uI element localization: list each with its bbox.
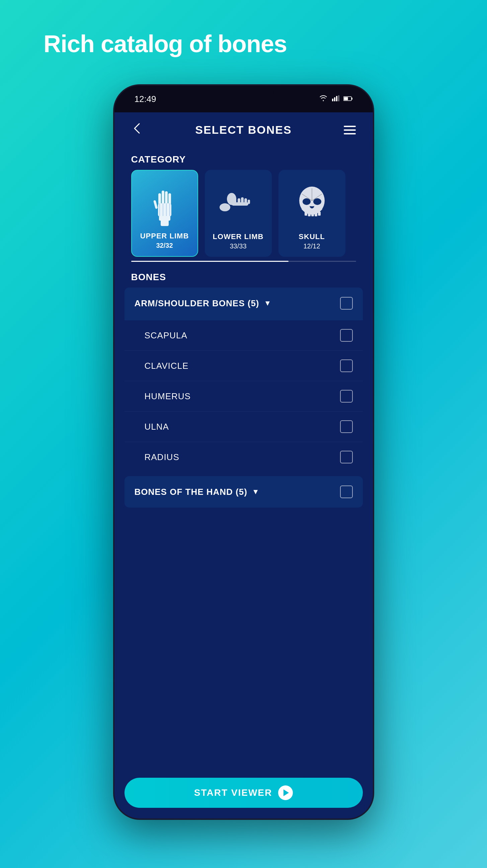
bones-of-hand-group-row[interactable]: BONES OF THE HAND (5) ▼: [124, 476, 363, 507]
skull-name: SKULL: [298, 232, 325, 241]
back-button[interactable]: [131, 122, 143, 137]
upper-limb-count: 32/32: [156, 242, 173, 249]
humerus-checkbox[interactable]: [340, 390, 353, 403]
svg-rect-9: [162, 191, 164, 205]
clavicle-name: CLAVICLE: [145, 361, 189, 371]
svg-rect-10: [165, 191, 168, 205]
svg-rect-24: [244, 198, 247, 204]
app-content: SELECT BONES CATEGORY: [114, 112, 373, 820]
radius-checkbox[interactable]: [340, 451, 353, 463]
svg-rect-0: [332, 99, 333, 101]
svg-rect-2: [336, 96, 337, 101]
menu-line-3: [344, 133, 356, 134]
header-title: SELECT BONES: [195, 123, 291, 136]
page-title: Rich catalog of bones: [0, 30, 287, 58]
start-btn-container: START VIEWER: [114, 771, 373, 820]
lower-limb-count: 33/33: [230, 242, 246, 250]
lower-limb-image: [218, 182, 258, 229]
arm-shoulder-group-name: ARM/SHOULDER BONES (5): [135, 298, 259, 309]
bone-item-clavicle[interactable]: CLAVICLE: [124, 351, 363, 381]
start-viewer-label: START VIEWER: [194, 787, 272, 798]
clavicle-checkbox[interactable]: [340, 360, 353, 372]
hand-dropdown-arrow: ▼: [252, 488, 259, 496]
group-dropdown-arrow: ▼: [264, 299, 271, 308]
group-row-left: ARM/SHOULDER BONES (5) ▼: [135, 298, 271, 309]
svg-rect-3: [338, 95, 339, 101]
category-label: CATEGORY: [114, 148, 373, 170]
category-container: UPPER LIMB 32/32: [114, 170, 373, 257]
svg-point-20: [220, 203, 230, 211]
svg-rect-5: [344, 97, 348, 100]
hand-group-name: BONES OF THE HAND (5): [135, 487, 247, 497]
humerus-name: HUMERUS: [145, 391, 191, 402]
menu-line-2: [344, 129, 356, 131]
svg-rect-14: [161, 220, 169, 226]
phone-notch: [213, 86, 274, 97]
menu-button[interactable]: [344, 126, 356, 134]
progress-track: [131, 261, 356, 262]
svg-rect-12: [153, 200, 157, 209]
bones-label: BONES: [124, 265, 363, 287]
start-viewer-button[interactable]: START VIEWER: [124, 778, 363, 808]
bone-item-radius[interactable]: RADIUS: [124, 442, 363, 472]
menu-line-1: [344, 126, 356, 127]
skull-count: 12/12: [303, 242, 320, 250]
bone-item-humerus[interactable]: HUMERUS: [124, 381, 363, 412]
status-icons: [319, 95, 353, 103]
wifi-icon: [319, 95, 328, 103]
signal-icon: [332, 95, 339, 103]
svg-rect-13: [159, 216, 170, 221]
status-bar: 12:49: [114, 86, 373, 112]
hand-group-checkbox[interactable]: [340, 486, 353, 498]
play-icon: [278, 785, 293, 800]
svg-rect-25: [248, 199, 250, 204]
radius-name: RADIUS: [145, 452, 179, 462]
bone-item-ulna[interactable]: ULNA: [124, 412, 363, 442]
play-triangle: [284, 789, 289, 796]
hand-group-row-left: BONES OF THE HAND (5) ▼: [135, 487, 259, 497]
phone-shell: 12:49: [113, 84, 374, 820]
arm-shoulder-group-card: ARM/SHOULDER BONES (5) ▼ SCAPULA CLAVICL…: [124, 287, 363, 472]
status-time: 12:49: [135, 94, 156, 104]
scapula-name: SCAPULA: [145, 330, 188, 341]
arm-shoulder-checkbox[interactable]: [340, 297, 353, 310]
upper-limb-image: [145, 182, 185, 228]
arm-shoulder-group-row[interactable]: ARM/SHOULDER BONES (5) ▼: [124, 287, 363, 319]
svg-rect-23: [241, 197, 244, 203]
bones-section: BONES ARM/SHOULDER BONES (5) ▼ SCAPULA: [114, 265, 373, 771]
svg-rect-22: [238, 198, 240, 204]
svg-rect-1: [334, 97, 335, 101]
svg-rect-8: [158, 193, 161, 205]
battery-icon: [343, 95, 353, 103]
svg-rect-11: [168, 193, 171, 205]
svg-point-29: [313, 198, 321, 205]
skull-image: [292, 182, 332, 229]
category-card-upper-limb[interactable]: UPPER LIMB 32/32: [131, 170, 198, 257]
progress-bar-container: [114, 257, 373, 262]
ulna-checkbox[interactable]: [340, 420, 353, 433]
upper-limb-name: UPPER LIMB: [140, 232, 189, 240]
scapula-checkbox[interactable]: [340, 329, 353, 342]
category-card-skull[interactable]: SKULL 12/12: [279, 170, 345, 257]
category-card-lower-limb[interactable]: LOWER LIMB 33/33: [205, 170, 272, 257]
ulna-name: ULNA: [145, 422, 169, 432]
lower-limb-name: LOWER LIMB: [213, 232, 264, 241]
svg-rect-26: [234, 199, 236, 204]
bone-item-scapula[interactable]: SCAPULA: [124, 320, 363, 351]
svg-rect-7: [158, 203, 171, 217]
app-header: SELECT BONES: [114, 112, 373, 148]
svg-point-28: [303, 198, 311, 205]
progress-fill: [131, 261, 288, 262]
svg-rect-6: [351, 98, 352, 100]
